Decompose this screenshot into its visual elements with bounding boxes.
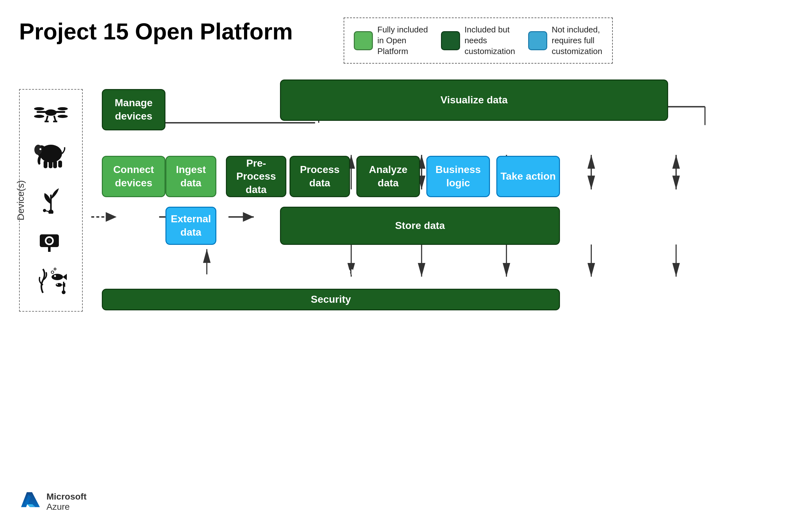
svg-point-32 — [51, 271, 54, 273]
svg-rect-17 — [53, 160, 57, 168]
manage-devices-block: Manage devices — [102, 89, 165, 130]
azure-text: Microsoft Azure — [47, 492, 87, 512]
svg-point-3 — [34, 107, 44, 110]
plant-icon — [37, 182, 65, 218]
svg-point-30 — [56, 283, 62, 287]
svg-line-8 — [54, 116, 56, 121]
page-title: Project 15 Open Platform — [19, 19, 293, 44]
devices-column: Device(s) — [19, 89, 83, 311]
svg-rect-1 — [37, 111, 46, 113]
analyze-data-block: Analyze data — [356, 156, 420, 197]
svg-point-33 — [54, 268, 56, 270]
legend-color-blue — [528, 31, 547, 50]
legend-item-dark-green: Included but needs customization — [441, 24, 515, 57]
user-management-block: User management — [102, 261, 560, 282]
visualize-data-block: Visualize data — [280, 79, 668, 121]
connect-devices-block: Connect devices — [102, 156, 165, 197]
legend-label-blue: Not included, requires full customizatio… — [552, 24, 603, 57]
pre-process-data-block: Pre-Process data — [226, 156, 286, 197]
business-logic-block: Business logic — [426, 156, 490, 197]
underwater-icon — [33, 264, 68, 301]
azure-logo: Microsoft Azure — [19, 491, 87, 513]
svg-point-27 — [48, 240, 51, 242]
svg-point-0 — [45, 109, 57, 116]
legend-color-dark-green — [441, 31, 460, 50]
svg-point-35 — [62, 290, 66, 294]
legend-label-light-green: Fully included in Open Platform — [377, 24, 428, 57]
legend-label-dark-green: Included but needs customization — [464, 24, 515, 57]
svg-point-31 — [57, 284, 58, 285]
azure-icon — [19, 491, 41, 513]
camera-icon — [33, 226, 68, 256]
legend-color-light-green — [354, 31, 373, 50]
svg-line-7 — [46, 116, 48, 121]
svg-point-29 — [54, 275, 56, 277]
diagram: Device(s) — [19, 70, 770, 483]
take-action-block: Take action — [496, 156, 560, 197]
external-data-block: External data — [165, 207, 216, 245]
legend: Fully included in Open Platform Included… — [344, 18, 613, 63]
elephant-icon — [33, 138, 68, 174]
svg-point-6 — [58, 115, 68, 118]
svg-rect-26 — [48, 247, 51, 252]
legend-item-light-green: Fully included in Open Platform — [354, 24, 428, 57]
process-data-block: Process data — [290, 156, 350, 197]
svg-rect-2 — [56, 111, 65, 113]
svg-point-5 — [34, 115, 44, 118]
store-data-block: Store data — [280, 207, 560, 245]
security-block: Security — [102, 289, 560, 310]
svg-rect-15 — [43, 160, 48, 168]
svg-rect-18 — [58, 160, 62, 168]
svg-point-28 — [52, 274, 63, 280]
devices-label: Device(s) — [15, 180, 26, 221]
svg-point-14 — [39, 148, 41, 150]
drone-icon — [33, 100, 68, 130]
legend-item-blue: Not included, requires full customizatio… — [528, 24, 603, 57]
svg-point-4 — [58, 107, 68, 110]
ingest-data-block: Ingest data — [165, 156, 216, 197]
svg-rect-16 — [49, 160, 53, 168]
